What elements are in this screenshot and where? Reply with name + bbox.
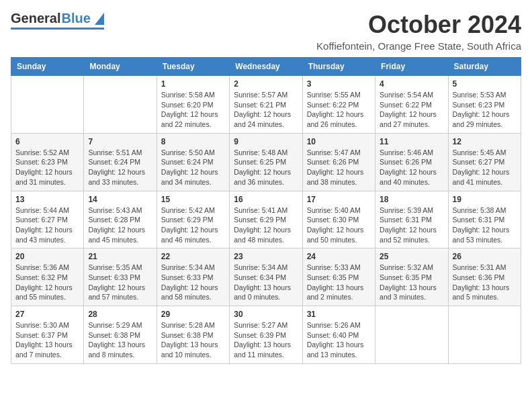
day-info: Sunrise: 5:44 AMSunset: 6:27 PMDaylight:…: [15, 205, 79, 245]
day-number: 11: [380, 137, 443, 146]
title-section: October 2024 Koffiefontein, Orange Free …: [316, 11, 521, 52]
table-row: 12Sunrise: 5:45 AMSunset: 6:27 PMDayligh…: [448, 133, 521, 191]
calendar-table: Sunday Monday Tuesday Wednesday Thursday…: [11, 57, 521, 364]
table-row: [11, 76, 84, 134]
day-info: Sunrise: 5:40 AMSunset: 6:30 PMDaylight:…: [307, 205, 371, 245]
table-row: 22Sunrise: 5:34 AMSunset: 6:33 PMDayligh…: [157, 248, 229, 306]
logo-blue: Blue: [61, 11, 90, 26]
col-monday: Monday: [84, 58, 157, 76]
day-info: Sunrise: 5:45 AMSunset: 6:27 PMDaylight:…: [453, 148, 517, 187]
table-row: 19Sunrise: 5:38 AMSunset: 6:31 PMDayligh…: [448, 191, 521, 248]
calendar-week-row: 13Sunrise: 5:44 AMSunset: 6:27 PMDayligh…: [11, 191, 521, 248]
table-row: 3Sunrise: 5:55 AMSunset: 6:22 PMDaylight…: [302, 76, 375, 134]
day-info: Sunrise: 5:46 AMSunset: 6:26 PMDaylight:…: [380, 148, 443, 187]
day-info: Sunrise: 5:55 AMSunset: 6:22 PMDaylight:…: [307, 90, 371, 130]
table-row: 17Sunrise: 5:40 AMSunset: 6:30 PMDayligh…: [302, 191, 375, 248]
table-row: [84, 76, 157, 134]
table-row: 23Sunrise: 5:34 AMSunset: 6:34 PMDayligh…: [230, 248, 302, 306]
table-row: 5Sunrise: 5:53 AMSunset: 6:23 PMDaylight…: [448, 76, 521, 134]
table-row: 6Sunrise: 5:52 AMSunset: 6:23 PMDaylight…: [11, 133, 84, 191]
col-tuesday: Tuesday: [157, 58, 229, 76]
calendar-week-row: 27Sunrise: 5:30 AMSunset: 6:37 PMDayligh…: [11, 306, 521, 364]
day-info: Sunrise: 5:28 AMSunset: 6:38 PMDaylight:…: [161, 320, 225, 360]
day-number: 8: [161, 137, 225, 146]
day-number: 18: [380, 195, 443, 204]
table-row: 9Sunrise: 5:48 AMSunset: 6:25 PMDaylight…: [230, 133, 302, 191]
logo-general: General: [11, 11, 60, 26]
table-row: [448, 306, 521, 364]
day-info: Sunrise: 5:39 AMSunset: 6:31 PMDaylight:…: [380, 205, 443, 245]
table-row: 26Sunrise: 5:31 AMSunset: 6:36 PMDayligh…: [448, 248, 521, 306]
day-number: 25: [380, 252, 443, 261]
logo-underline: [11, 28, 104, 30]
day-number: 1: [161, 79, 225, 89]
calendar-week-row: 20Sunrise: 5:36 AMSunset: 6:32 PMDayligh…: [11, 248, 521, 306]
table-row: 7Sunrise: 5:51 AMSunset: 6:24 PMDaylight…: [84, 133, 157, 191]
table-row: 29Sunrise: 5:28 AMSunset: 6:38 PMDayligh…: [157, 306, 229, 364]
col-thursday: Thursday: [302, 58, 375, 76]
day-number: 23: [234, 252, 298, 261]
day-info: Sunrise: 5:35 AMSunset: 6:33 PMDaylight:…: [88, 263, 152, 302]
day-info: Sunrise: 5:57 AMSunset: 6:21 PMDaylight:…: [234, 90, 298, 130]
day-number: 29: [161, 310, 225, 319]
table-row: 31Sunrise: 5:26 AMSunset: 6:40 PMDayligh…: [302, 306, 375, 364]
day-info: Sunrise: 5:34 AMSunset: 6:33 PMDaylight:…: [161, 263, 225, 302]
day-number: 17: [307, 195, 371, 204]
day-info: Sunrise: 5:27 AMSunset: 6:39 PMDaylight:…: [234, 320, 298, 360]
day-info: Sunrise: 5:26 AMSunset: 6:40 PMDaylight:…: [307, 320, 371, 360]
day-info: Sunrise: 5:31 AMSunset: 6:36 PMDaylight:…: [453, 263, 517, 302]
day-number: 16: [234, 195, 298, 204]
table-row: 2Sunrise: 5:57 AMSunset: 6:21 PMDaylight…: [230, 76, 302, 134]
table-row: 15Sunrise: 5:42 AMSunset: 6:29 PMDayligh…: [157, 191, 229, 248]
day-number: 24: [307, 252, 371, 261]
svg-marker-0: [95, 13, 104, 25]
day-number: 4: [380, 79, 443, 89]
day-number: 13: [15, 195, 79, 204]
table-row: 20Sunrise: 5:36 AMSunset: 6:32 PMDayligh…: [11, 248, 84, 306]
day-info: Sunrise: 5:43 AMSunset: 6:28 PMDaylight:…: [88, 205, 152, 245]
month-title: October 2024: [316, 11, 521, 39]
day-number: 7: [88, 137, 152, 146]
table-row: 27Sunrise: 5:30 AMSunset: 6:37 PMDayligh…: [11, 306, 84, 364]
table-row: 4Sunrise: 5:54 AMSunset: 6:22 PMDaylight…: [375, 76, 448, 134]
table-row: 14Sunrise: 5:43 AMSunset: 6:28 PMDayligh…: [84, 191, 157, 248]
table-row: 13Sunrise: 5:44 AMSunset: 6:27 PMDayligh…: [11, 191, 84, 248]
day-number: 27: [15, 310, 79, 319]
day-info: Sunrise: 5:50 AMSunset: 6:24 PMDaylight:…: [161, 148, 225, 187]
day-info: Sunrise: 5:32 AMSunset: 6:35 PMDaylight:…: [380, 263, 443, 302]
day-info: Sunrise: 5:47 AMSunset: 6:26 PMDaylight:…: [307, 148, 371, 187]
page-header: General Blue October 2024 Koffiefontein,…: [11, 11, 521, 52]
table-row: 28Sunrise: 5:29 AMSunset: 6:38 PMDayligh…: [84, 306, 157, 364]
day-info: Sunrise: 5:41 AMSunset: 6:29 PMDaylight:…: [234, 205, 298, 245]
logo: General Blue: [11, 11, 104, 30]
day-info: Sunrise: 5:29 AMSunset: 6:38 PMDaylight:…: [88, 320, 152, 360]
day-number: 22: [161, 252, 225, 261]
day-number: 2: [234, 79, 298, 89]
day-number: 30: [234, 310, 298, 319]
col-wednesday: Wednesday: [230, 58, 302, 76]
day-number: 31: [307, 310, 371, 319]
day-number: 6: [15, 137, 79, 146]
calendar-header-row: Sunday Monday Tuesday Wednesday Thursday…: [11, 58, 521, 76]
table-row: 11Sunrise: 5:46 AMSunset: 6:26 PMDayligh…: [375, 133, 448, 191]
day-number: 3: [307, 79, 371, 89]
table-row: 1Sunrise: 5:58 AMSunset: 6:20 PMDaylight…: [157, 76, 229, 134]
day-number: 20: [15, 252, 79, 261]
calendar-week-row: 6Sunrise: 5:52 AMSunset: 6:23 PMDaylight…: [11, 133, 521, 191]
logo-triangle-icon: [92, 13, 104, 25]
day-info: Sunrise: 5:52 AMSunset: 6:23 PMDaylight:…: [15, 148, 79, 187]
table-row: 25Sunrise: 5:32 AMSunset: 6:35 PMDayligh…: [375, 248, 448, 306]
table-row: 24Sunrise: 5:33 AMSunset: 6:35 PMDayligh…: [302, 248, 375, 306]
col-friday: Friday: [375, 58, 448, 76]
location-subtitle: Koffiefontein, Orange Free State, South …: [316, 40, 521, 52]
table-row: 8Sunrise: 5:50 AMSunset: 6:24 PMDaylight…: [157, 133, 229, 191]
table-row: 30Sunrise: 5:27 AMSunset: 6:39 PMDayligh…: [230, 306, 302, 364]
day-number: 12: [453, 137, 517, 146]
table-row: 16Sunrise: 5:41 AMSunset: 6:29 PMDayligh…: [230, 191, 302, 248]
day-info: Sunrise: 5:53 AMSunset: 6:23 PMDaylight:…: [453, 90, 517, 130]
day-info: Sunrise: 5:54 AMSunset: 6:22 PMDaylight:…: [380, 90, 443, 130]
day-number: 15: [161, 195, 225, 204]
day-info: Sunrise: 5:33 AMSunset: 6:35 PMDaylight:…: [307, 263, 371, 302]
day-number: 21: [88, 252, 152, 261]
day-number: 19: [453, 195, 517, 204]
